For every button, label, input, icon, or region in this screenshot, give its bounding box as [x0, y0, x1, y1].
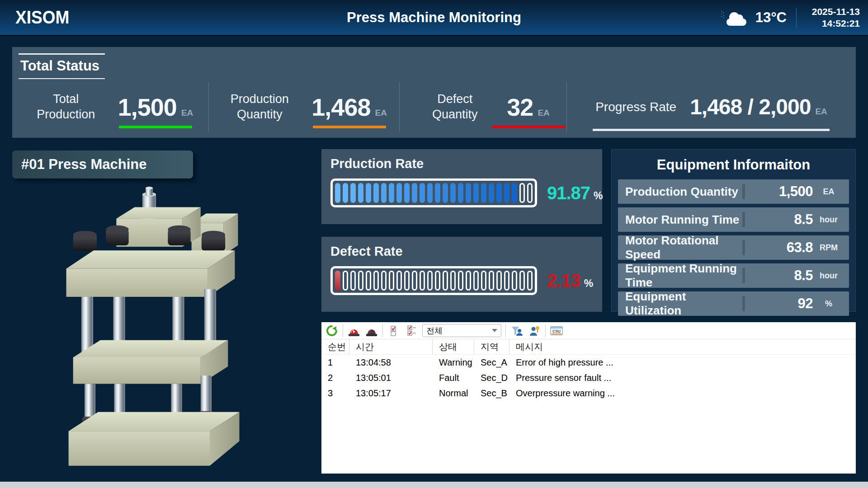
defect-gauge-segment	[496, 271, 502, 291]
alarm-table-row[interactable]: 213:05:01FaultSec_DPressure sensor fault…	[321, 370, 856, 385]
equipment-row-motor-running-time: Motor Running Time 8.5 hour	[618, 207, 849, 232]
xisom-logo: XISOM	[15, 7, 69, 28]
production-gauge-segment	[343, 183, 348, 203]
defect-gauge-segment	[396, 271, 402, 291]
column-header-no[interactable]: 순번	[321, 339, 349, 354]
defect-gauge-segment	[412, 271, 417, 291]
equipment-row-divider	[742, 212, 745, 227]
checklist-multi-icon[interactable]	[405, 324, 418, 338]
column-header-time[interactable]: 시간	[349, 339, 433, 354]
toolbar-separator	[382, 324, 383, 337]
chevron-down-icon	[492, 329, 497, 332]
defect-gauge-segment	[458, 271, 463, 291]
alarm-cell-status: Warning	[433, 357, 474, 368]
datetime-display: 2025-11-13 14:52:21	[812, 5, 860, 29]
equipment-row-divider	[742, 268, 745, 283]
column-header-area[interactable]: 지역	[474, 339, 509, 354]
date-value: 2025-11-13	[812, 5, 860, 17]
defect-rate-unit: %	[584, 277, 593, 290]
metric-underline	[492, 126, 565, 128]
equipment-row-divider	[742, 240, 745, 255]
total-status-panel: Total Status Total Production 1,500 EA P…	[12, 47, 856, 138]
column-header-message[interactable]: 메시지	[509, 339, 856, 354]
production-gauge-segment	[396, 183, 402, 203]
production-rate-panel: Prduction Rate 91.87 %	[321, 149, 602, 224]
filter-user-icon[interactable]	[510, 324, 524, 338]
alarm-table-row[interactable]: 313:05:17NormalSec_BOverpressure warning…	[321, 385, 856, 401]
alarm-cell-time: 13:05:01	[349, 373, 433, 383]
refresh-icon[interactable]	[325, 324, 339, 338]
metric-progress-rate: Progress Rate 1,468 / 2,000 EA	[567, 76, 856, 138]
equipment-row-label: Equipment Running Time	[625, 262, 742, 290]
defect-gauge-segment	[350, 271, 356, 291]
metric-unit: EA	[375, 108, 387, 118]
alarm-table-row[interactable]: 113:04:58WarningSec_AError of high press…	[321, 355, 856, 370]
siren-off-icon[interactable]	[365, 324, 378, 338]
metric-value: 1,500	[118, 93, 177, 121]
production-gauge-segment	[504, 183, 509, 203]
production-gauge-segment	[458, 183, 463, 203]
defect-gauge-segment	[389, 271, 394, 291]
production-gauge-segment	[466, 183, 471, 203]
bottom-strip	[0, 482, 868, 488]
equipment-row-production-quantity: Production Quantity 1,500 EA	[618, 179, 849, 204]
metric-unit: EA	[538, 108, 549, 118]
metric-value: 32	[507, 93, 533, 121]
press-machine-image	[40, 180, 261, 480]
siren-on-icon[interactable]	[347, 324, 361, 338]
defect-gauge-segment	[335, 271, 340, 291]
production-gauge-segment	[450, 183, 456, 203]
metric-production-quantity: Production Quantity 1,468 EA	[209, 76, 399, 138]
equipment-row-value: 92	[745, 296, 813, 312]
alarm-grid-header: 순번 시간 상태 지역 메시지	[321, 339, 856, 355]
equipment-row-utilization: Equipment Utilization 92 %	[618, 291, 849, 316]
production-gauge-segment	[420, 183, 425, 203]
metric-label: Total Production	[28, 92, 104, 122]
dashboard: XISOM Press Machine Monitoring :··: 13°C…	[0, 0, 868, 488]
user-pin-icon[interactable]	[528, 324, 541, 338]
production-gauge-segment	[412, 183, 417, 203]
alarm-cell-message: Overpressure warning ...	[509, 388, 856, 399]
production-rate-value: 91.87	[547, 183, 590, 203]
column-header-status[interactable]: 상태	[433, 339, 474, 354]
toolbar-separator	[545, 324, 546, 337]
metric-unit: EA	[181, 108, 193, 118]
machine-name-badge: #01 Press Machine	[12, 150, 193, 178]
metric-underline	[313, 126, 386, 128]
equipment-row-unit: RPM	[813, 243, 844, 253]
checklist-single-icon[interactable]	[387, 324, 401, 338]
metric-value: 1,468 / 2,000	[690, 94, 811, 119]
svg-text:CSU: CSU	[552, 328, 561, 333]
csu-icon[interactable]: CSU	[550, 324, 563, 338]
alarm-log-panel: 전체	[321, 322, 856, 474]
equipment-row-divider	[742, 296, 745, 311]
alarm-cell-area: Sec_D	[474, 373, 509, 383]
production-gauge-segment	[335, 183, 340, 203]
equipment-row-unit: EA	[813, 187, 844, 197]
defect-gauge-segment	[504, 271, 509, 291]
equipment-row-label: Motor Rotational Speed	[625, 234, 742, 262]
equipment-row-unit: hour	[813, 271, 844, 281]
equipment-row-value: 1,500	[745, 183, 813, 200]
toolbar-separator	[343, 324, 343, 337]
production-gauge-segment	[481, 183, 486, 203]
alarm-cell-no: 2	[321, 373, 349, 383]
progress-underline	[593, 129, 830, 131]
alarm-cell-no: 3	[321, 388, 349, 399]
production-gauge-segment	[496, 183, 502, 203]
alarm-grid-body: 113:04:58WarningSec_AError of high press…	[321, 355, 856, 401]
production-gauge-segment	[519, 183, 525, 203]
production-gauge-segment	[435, 183, 440, 203]
alarm-cell-message: Error of high pressure ...	[509, 357, 856, 368]
alarm-filter-select[interactable]: 전체	[422, 324, 501, 337]
page-title: Press Machine Monitoring	[347, 9, 521, 26]
alarm-cell-no: 1	[321, 357, 349, 368]
total-status-title: Total Status	[19, 53, 105, 79]
metric-unit: EA	[815, 107, 827, 117]
defect-gauge-segment	[373, 271, 379, 291]
production-gauge-segment	[404, 183, 410, 203]
production-gauge-segment	[527, 183, 533, 203]
equipment-row-label: Production Quantity	[625, 185, 742, 199]
defect-rate-gauge	[330, 266, 537, 295]
production-gauge-segment	[389, 183, 394, 203]
